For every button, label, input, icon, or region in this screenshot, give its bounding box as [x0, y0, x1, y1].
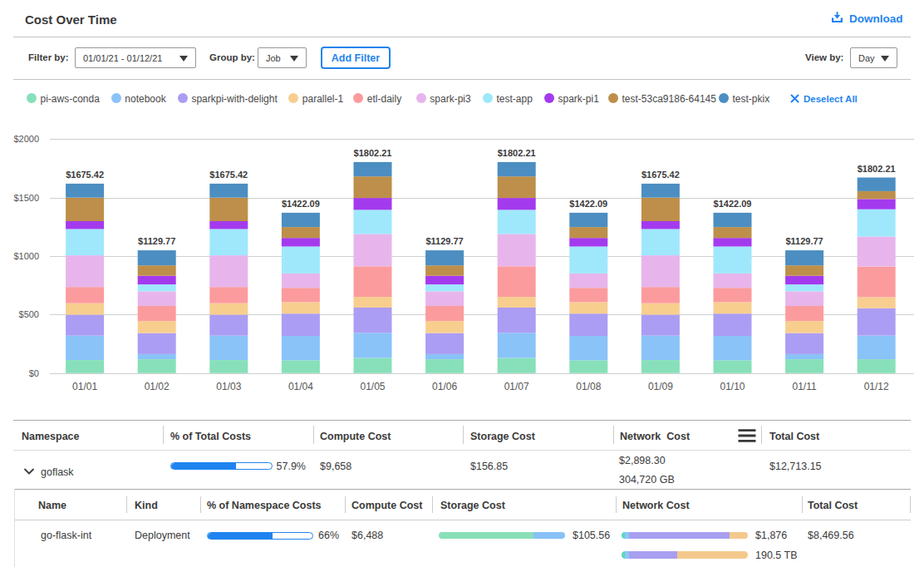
- svg-text:01/12: 01/12: [864, 381, 889, 392]
- svg-text:$1802.21: $1802.21: [354, 148, 392, 158]
- svg-text:01/11: 01/11: [793, 381, 817, 392]
- svg-text:$1500: $1500: [13, 193, 39, 203]
- svg-text:$1802.21: $1802.21: [858, 164, 896, 174]
- svg-text:01/02: 01/02: [145, 381, 170, 392]
- svg-text:01/08: 01/08: [576, 381, 601, 392]
- svg-text:$1000: $1000: [13, 251, 39, 261]
- svg-text:01/03: 01/03: [216, 381, 241, 392]
- svg-text:01/10: 01/10: [720, 381, 745, 392]
- svg-text:$2000: $2000: [13, 134, 39, 144]
- svg-text:$1129.77: $1129.77: [138, 236, 175, 246]
- svg-text:01/07: 01/07: [504, 381, 529, 392]
- svg-text:$1422.09: $1422.09: [714, 199, 752, 209]
- svg-text:$1802.21: $1802.21: [498, 148, 536, 158]
- svg-text:$0: $0: [29, 368, 39, 378]
- svg-text:01/05: 01/05: [360, 381, 385, 392]
- svg-text:$1129.77: $1129.77: [785, 236, 823, 246]
- svg-text:01/09: 01/09: [648, 381, 673, 392]
- svg-text:$1675.42: $1675.42: [641, 170, 680, 180]
- svg-text:01/01: 01/01: [72, 381, 97, 392]
- svg-text:01/06: 01/06: [432, 381, 457, 392]
- svg-text:$1129.77: $1129.77: [425, 236, 463, 246]
- svg-text:$1675.42: $1675.42: [209, 170, 248, 180]
- svg-text:01/04: 01/04: [288, 381, 313, 392]
- svg-text:$1422.09: $1422.09: [282, 199, 320, 209]
- svg-text:$1422.09: $1422.09: [569, 199, 607, 209]
- svg-text:$500: $500: [19, 309, 39, 319]
- svg-text:$1675.42: $1675.42: [66, 170, 104, 180]
